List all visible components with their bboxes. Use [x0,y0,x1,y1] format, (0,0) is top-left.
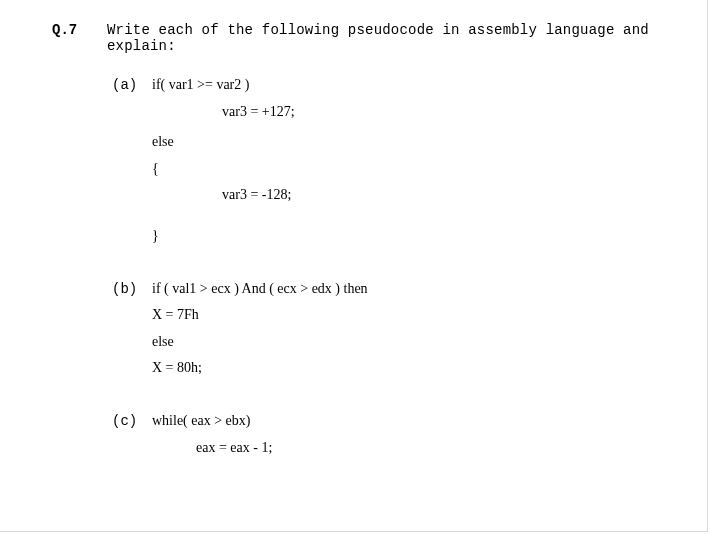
code-line: X = 80h; [152,355,368,382]
code-line: else [152,129,295,156]
code-line: var3 = -128; [152,182,295,209]
part-a: (a) if( var1 >= var2 ) var3 = +127; else… [112,72,682,250]
page-edge-bottom [0,531,708,532]
code-line: eax = eax - 1; [152,435,272,462]
page: Q.7 Write each of the following pseudoco… [0,0,710,534]
code-line: while( eax > ebx) [152,408,272,435]
part-a-body: if( var1 >= var2 ) var3 = +127; else { v… [152,72,295,250]
part-a-label: (a) [112,77,152,93]
question-header: Q.7 Write each of the following pseudoco… [52,22,682,54]
code-line: X = 7Fh [152,302,368,329]
question-prompt: Write each of the following pseudocode i… [107,22,682,54]
part-c-body: while( eax > ebx) eax = eax - 1; [152,408,272,461]
part-b-body: if ( val1 > ecx ) And ( ecx > edx ) then… [152,276,368,382]
code-line: { [152,156,295,183]
code-line: var3 = +127; [152,99,295,126]
page-edge-right [707,0,708,532]
code-line: else [152,329,368,356]
code-line: if( var1 >= var2 ) [152,72,295,99]
code-line: if ( val1 > ecx ) And ( ecx > edx ) then [152,276,368,303]
part-c-label: (c) [112,413,152,429]
part-b: (b) if ( val1 > ecx ) And ( ecx > edx ) … [112,276,682,382]
question-number: Q.7 [52,22,107,38]
part-b-label: (b) [112,281,152,297]
code-line: } [152,223,295,250]
part-c: (c) while( eax > ebx) eax = eax - 1; [112,408,682,461]
